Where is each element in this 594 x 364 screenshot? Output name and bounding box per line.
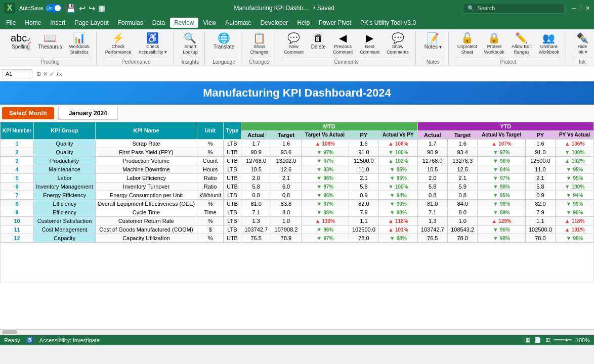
menu-pk-utility[interactable]: PK's Utility Tool V3.0 — [356, 18, 420, 28]
zoom-slider[interactable]: ━━━●━ — [554, 337, 572, 343]
performance-icon: ⚡ — [112, 33, 124, 43]
language-label: Language — [211, 58, 237, 65]
menu-insert[interactable]: Insert — [46, 18, 69, 28]
edit-ranges-icon: ✏️ — [515, 33, 528, 43]
menu-automate[interactable]: Automate — [221, 18, 255, 28]
minimize-icon[interactable]: ─ — [572, 5, 576, 12]
cell-func-icon[interactable]: ⊞ — [36, 71, 41, 77]
spelling-btn[interactable]: abc✓ Spelling — [8, 31, 33, 52]
type-cell: LTB — [223, 191, 241, 199]
page-layout-icon[interactable]: 📄 — [534, 337, 541, 343]
unit-cell: Ratio — [197, 173, 224, 182]
py-ytd-cell: 12500.0 — [525, 156, 555, 165]
ribbon-group-insights: 🔍 SmartLookup Insights — [176, 31, 205, 65]
protect-items: 🔓 UnprotectSheet 🔒 ProtectWorkbook ✏️ Al… — [455, 31, 562, 57]
undo-icon[interactable]: ↩ — [79, 4, 86, 13]
prev-icon: ◀ — [339, 33, 347, 43]
cell-reference[interactable] — [2, 69, 32, 78]
maximize-icon[interactable]: □ — [579, 5, 582, 12]
excel-logo: X — [4, 3, 15, 14]
py-mtd-cell: 1.6 — [349, 139, 378, 148]
menu-help[interactable]: Help — [293, 18, 314, 28]
horizontal-scrollbar[interactable] — [0, 329, 594, 335]
check-accessibility-btn[interactable]: ♿ CheckAccessibility ▾ — [136, 31, 169, 57]
mtd-target-cell: 1.6 — [271, 139, 301, 148]
insert-function-icon[interactable]: ƒx — [56, 71, 62, 77]
show-comments-btn[interactable]: 💬 ShowComments — [384, 31, 411, 57]
check-performance-btn[interactable]: ⚡ CheckPerformance — [103, 31, 134, 57]
ytd-actual-cell: 0.8 — [417, 191, 447, 199]
menu-power-pivot[interactable]: Power Pivot — [315, 18, 355, 28]
hide-ink-btn[interactable]: ✒️ HideInk ▾ — [572, 31, 592, 57]
protect-workbook-btn[interactable]: 🔒 ProtectWorkbook — [482, 31, 507, 57]
menu-file[interactable]: File — [2, 18, 20, 28]
menu-data[interactable]: Data — [148, 18, 169, 28]
mtd-target-cell: 8.0 — [271, 208, 301, 216]
kpi-number-cell: 6 — [1, 182, 34, 191]
comments-label: Comments — [281, 58, 411, 65]
avp-cell: ▼ 98% — [379, 234, 418, 242]
thesaurus-btn[interactable]: 📖 Thesaurus — [35, 31, 64, 52]
redo-icon[interactable]: ↪ — [89, 4, 95, 13]
notes-btn[interactable]: 📝 Notes ▾ — [422, 31, 444, 52]
menu-formulas[interactable]: Formulas — [114, 18, 147, 28]
mtd-target-cell: 78.9 — [271, 234, 301, 242]
py-ytd-cell: 7.9 — [525, 208, 555, 216]
spelling-icon: abc✓ — [11, 33, 31, 43]
grid-icon[interactable]: ▦ — [98, 4, 106, 13]
kpi-number-cell: 7 — [1, 191, 34, 199]
ribbon-group-comments: 💬 NewComment 🗑 Delete ◀ PreviousComment … — [277, 31, 416, 65]
autosave-toggle[interactable]: On — [46, 4, 62, 12]
month-display: January 2024 — [58, 107, 118, 120]
close-icon[interactable]: ✕ — [585, 5, 590, 12]
save-icon[interactable]: 💾 — [66, 4, 76, 13]
autosave-label: AutoSave — [19, 5, 44, 11]
kpi-number-cell: 12 — [1, 234, 34, 242]
unshare-icon: 👥 — [542, 33, 555, 43]
menu-page-layout[interactable]: Page Layout — [70, 18, 112, 28]
cancel-formula-icon[interactable]: ✕ — [43, 71, 48, 77]
prev-comment-btn[interactable]: ◀ PreviousComment — [330, 31, 355, 57]
search-box[interactable]: 🔍 Search — [463, 3, 564, 14]
pvsa-cell: ▲ 118% — [556, 216, 594, 225]
toolbar-area: 💾 ↩ ↪ ▦ — [66, 4, 106, 13]
translate-btn[interactable]: 🌐 Translate — [211, 31, 237, 52]
ytd-actual-cell: 1.3 — [417, 216, 447, 225]
kpi-group-cell: Efficiency — [34, 199, 96, 208]
avp-cell: ▼ 99% — [379, 199, 418, 208]
normal-view-icon[interactable]: ▦ — [525, 337, 530, 343]
kpi-group-cell: Customer Satisfaction — [34, 216, 96, 225]
thesaurus-icon: 📖 — [44, 33, 56, 43]
spreadsheet-area[interactable]: Manufacturing KPI Dashboard-2024 Select … — [0, 81, 594, 329]
new-comment-btn[interactable]: 💬 NewComment — [281, 31, 306, 57]
tva-cell: ▼ 97% — [301, 182, 349, 191]
delete-comment-btn[interactable]: 🗑 Delete — [308, 31, 328, 52]
kpi-table: KPI Number KPI Group KPI Name Unit Type … — [0, 122, 594, 243]
smart-lookup-btn[interactable]: 🔍 SmartLookup — [180, 31, 200, 57]
next-comment-btn[interactable]: ▶ NextComment — [357, 31, 382, 57]
unshare-workbook-btn[interactable]: 👥 UnshareWorkbook — [536, 31, 562, 57]
page-break-icon[interactable]: ⊞ — [545, 337, 550, 343]
window-title: Manufacturing KPI Dashb... • Saved — [110, 5, 459, 12]
allow-edit-btn[interactable]: ✏️ Allow EditRanges — [509, 31, 534, 57]
py-ytd-cell: 82.0 — [525, 199, 555, 208]
avt-cell: ▲ 129% — [478, 216, 525, 225]
menu-bar: File Home Insert Page Layout Formulas Da… — [0, 16, 594, 29]
py-ytd-cell: 11.0 — [525, 165, 555, 173]
workbook-stats-btn[interactable]: 📊 WorkbookStatistics — [67, 31, 92, 57]
th-actual-mtd: Actual — [241, 130, 271, 139]
kpi-number-cell: 1 — [1, 139, 34, 148]
show-changes-btn[interactable]: 📋 ShowChanges — [247, 31, 271, 57]
protect-icon: 🔒 — [488, 33, 500, 43]
menu-developer[interactable]: Developer — [257, 18, 292, 28]
scroll-thumb[interactable] — [2, 330, 17, 334]
menu-home[interactable]: Home — [21, 18, 45, 28]
select-month-button[interactable]: Select Month — [2, 107, 54, 119]
formula-input[interactable] — [66, 70, 592, 78]
menu-view[interactable]: View — [199, 18, 221, 28]
confirm-formula-icon[interactable]: ✓ — [50, 71, 54, 77]
type-cell: LTB — [223, 165, 241, 173]
mtd-target-cell: 13102.0 — [271, 156, 301, 165]
menu-review[interactable]: Review — [170, 18, 198, 28]
unprotect-sheet-btn[interactable]: 🔓 UnprotectSheet — [455, 31, 480, 57]
